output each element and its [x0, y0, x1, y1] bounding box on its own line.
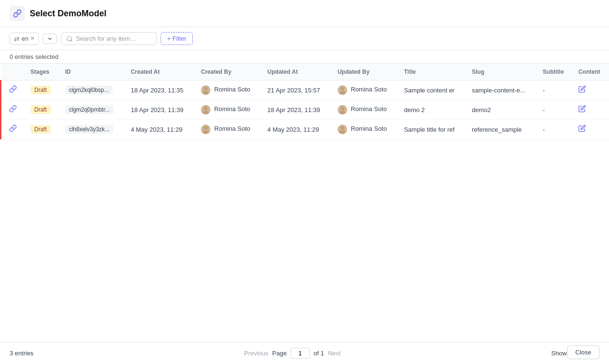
- previous-button[interactable]: Previous: [244, 350, 269, 357]
- svg-line-1: [71, 40, 72, 41]
- row-link-icon[interactable]: [1, 100, 25, 120]
- table-row[interactable]: Draft clh8xelv3y3zk... 4 May 2023, 11:29…: [1, 120, 609, 139]
- data-table: Stages ID Created At Created By Updated …: [0, 64, 609, 139]
- row-updated-by: Romina Soto: [332, 80, 398, 100]
- avatar: [338, 85, 347, 95]
- header-icon: [10, 6, 25, 21]
- svg-point-12: [340, 126, 344, 130]
- row-updated-at: 18 Apr 2023, 11:39: [262, 100, 332, 120]
- page-input[interactable]: [291, 348, 310, 359]
- svg-point-5: [339, 91, 346, 95]
- filter-button[interactable]: + Filter: [161, 32, 192, 45]
- col-stages[interactable]: Stages: [25, 64, 59, 80]
- row-created-at: 18 Apr 2023, 11:39: [125, 100, 195, 120]
- link-icon[interactable]: [9, 125, 17, 134]
- row-updated-at: 21 Apr 2023, 15:57: [262, 80, 332, 100]
- row-id: clh8xelv3y3zk...: [59, 120, 125, 139]
- row-created-at: 18 Apr 2023, 11:35: [125, 80, 195, 100]
- svg-point-3: [202, 91, 209, 95]
- col-updated-at[interactable]: Updated At: [262, 64, 332, 80]
- col-created-at[interactable]: Created At: [125, 64, 195, 80]
- search-icon: [66, 35, 73, 42]
- entries-count: 3 entries: [10, 350, 34, 357]
- avatar: [338, 125, 347, 134]
- row-title: demo 2: [398, 100, 466, 120]
- edit-icon[interactable]: [578, 125, 586, 134]
- row-updated-by: Romina Soto: [332, 120, 398, 139]
- row-subtitle: -: [537, 100, 573, 120]
- svg-point-10: [204, 126, 208, 130]
- entries-selected-label: 0 entries selected: [0, 50, 609, 64]
- col-link: [1, 64, 25, 80]
- col-subtitle[interactable]: Subtitle: [537, 64, 573, 80]
- edit-icon[interactable]: [578, 106, 586, 114]
- table-row[interactable]: Draft clgm2q0pmbtr... 18 Apr 2023, 11:39…: [1, 100, 609, 120]
- row-content[interactable]: [573, 80, 609, 100]
- row-updated-at: 4 May 2023, 11:29: [262, 120, 332, 139]
- entries-selected-text: 0 entries selected: [10, 53, 59, 60]
- page-title: Select DemoModel: [30, 9, 106, 19]
- svg-point-11: [202, 130, 209, 134]
- svg-point-6: [204, 106, 208, 110]
- row-id: clgm2kql0bsp...: [59, 80, 125, 100]
- row-content[interactable]: [573, 120, 609, 139]
- avatar: [338, 105, 347, 114]
- row-id: clgm2q0pmbtr...: [59, 100, 125, 120]
- col-title[interactable]: Title: [398, 64, 466, 80]
- row-slug: reference_sample: [466, 120, 537, 139]
- row-link-icon[interactable]: [1, 120, 25, 139]
- language-chevron-button[interactable]: [43, 34, 57, 44]
- link-icon[interactable]: [9, 86, 17, 94]
- svg-point-4: [340, 87, 344, 91]
- language-close-icon[interactable]: ✕: [30, 35, 35, 42]
- row-stage: Draft: [25, 100, 59, 120]
- next-button[interactable]: Next: [328, 350, 341, 357]
- row-created-at: 4 May 2023, 11:29: [125, 120, 195, 139]
- page-label: Page: [272, 350, 287, 357]
- svg-point-2: [204, 87, 208, 91]
- close-button[interactable]: Close: [567, 345, 599, 359]
- avatar: [201, 85, 211, 95]
- translate-icon: ⇄: [14, 35, 20, 43]
- search-input[interactable]: Search for any item...: [61, 32, 157, 45]
- row-title: Sample content er: [398, 80, 466, 100]
- col-content[interactable]: Content: [573, 64, 609, 80]
- row-title: Sample title for ref: [398, 120, 466, 139]
- col-updated-by[interactable]: Updated By: [332, 64, 398, 80]
- edit-icon[interactable]: [578, 86, 586, 94]
- row-stage: Draft: [25, 120, 59, 139]
- row-updated-by: Romina Soto: [332, 100, 398, 120]
- toolbar: ⇄ en ✕ Search for any item... + Filter: [0, 27, 609, 50]
- modal-header: Select DemoModel: [0, 0, 609, 27]
- avatar: [201, 105, 211, 114]
- row-slug: demo2: [466, 100, 537, 120]
- svg-point-9: [339, 111, 346, 114]
- search-placeholder: Search for any item...: [76, 35, 135, 42]
- col-created-by[interactable]: Created By: [195, 64, 262, 80]
- row-subtitle: -: [537, 80, 573, 100]
- language-selector[interactable]: ⇄ en ✕: [10, 33, 39, 45]
- table-row[interactable]: Draft clgm2kql0bsp... 18 Apr 2023, 11:35…: [1, 80, 609, 100]
- row-subtitle: -: [537, 120, 573, 139]
- filter-label: + Filter: [167, 35, 186, 42]
- link-icon[interactable]: [9, 106, 17, 114]
- svg-point-7: [202, 111, 209, 114]
- table-header-row: Stages ID Created At Created By Updated …: [1, 64, 609, 80]
- svg-point-8: [340, 106, 344, 110]
- row-created-by: Romina Soto: [195, 100, 262, 120]
- avatar: [201, 125, 211, 134]
- row-created-by: Romina Soto: [195, 120, 262, 139]
- svg-point-13: [339, 130, 346, 134]
- show-label: Show: [551, 350, 567, 357]
- row-content[interactable]: [573, 100, 609, 120]
- col-slug[interactable]: Slug: [466, 64, 537, 80]
- language-value: en: [22, 35, 28, 42]
- page-of-label: of 1: [314, 350, 324, 357]
- row-stage: Draft: [25, 80, 59, 100]
- row-slug: sample-content-e...: [466, 80, 537, 100]
- pagination: Previous Page of 1 Next: [244, 348, 340, 359]
- row-link-icon[interactable]: [1, 80, 25, 100]
- col-id[interactable]: ID: [59, 64, 125, 80]
- footer: 3 entries Previous Page of 1 Next Show 2…: [0, 342, 609, 364]
- row-created-by: Romina Soto: [195, 80, 262, 100]
